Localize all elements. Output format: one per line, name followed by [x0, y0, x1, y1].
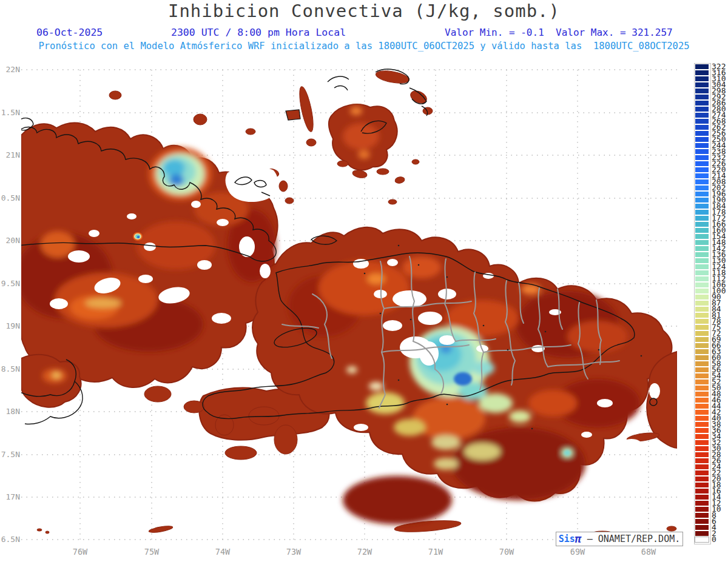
colorbar-swatch [695, 452, 709, 458]
rainbow-spot [133, 232, 143, 241]
colorbar-swatch [695, 500, 709, 506]
colorbar-level: 0 [695, 537, 728, 543]
colorbar-swatch [695, 440, 709, 446]
colorbar-swatch [695, 185, 709, 191]
branding-org: – ONAMET/REP.DOM. [582, 534, 681, 544]
colorbar-swatch [695, 239, 709, 246]
colorbar-swatch [695, 512, 709, 518]
colorbar-swatch [695, 203, 709, 209]
lat-tick-label: 17N [0, 492, 20, 501]
lon-tick-label: 73W [275, 547, 312, 557]
mona-outline [650, 398, 657, 406]
colorbar-swatch [695, 446, 709, 452]
lat-tick-label: 22N [0, 65, 20, 74]
colorbar-swatch [695, 155, 709, 161]
colorbar-swatch [695, 100, 709, 106]
pi-icon: π [575, 535, 582, 543]
colorbar-swatch [695, 415, 709, 421]
colorbar-swatch [695, 464, 709, 470]
colorbar-swatch [695, 433, 709, 440]
lon-tick-label: 69W [559, 547, 596, 557]
lon-tick-label: 71W [417, 547, 454, 557]
colorbar-swatch [695, 233, 709, 239]
colorbar-swatch [695, 209, 709, 215]
lon-tick-label: 76W [62, 547, 98, 557]
lon-tick-label: 68W [630, 547, 667, 557]
colorbar-swatch [695, 494, 709, 500]
colorbar-swatch [695, 130, 709, 136]
lat-tick-label: 19N [0, 321, 20, 330]
map-canvas [21, 64, 677, 543]
colorbar-swatch [695, 246, 709, 252]
colorbar-swatch [695, 349, 709, 355]
colorbar-swatch [695, 379, 709, 385]
colorbar-swatch [695, 518, 709, 524]
colorbar-swatch [695, 312, 709, 318]
colorbar-swatch [695, 88, 709, 94]
forecast-date: 06-Oct-2025 [36, 27, 103, 38]
lat-tick-label: 18N [0, 407, 20, 416]
colorbar-swatch [695, 173, 709, 179]
colorbar-swatch [695, 373, 709, 379]
value-min-max: Valor Min. = -0.1 Valor Max. = 321.257 [445, 27, 673, 38]
colorbar-swatch [695, 106, 709, 112]
colorbar-swatch [695, 458, 709, 464]
colorbar-swatch [695, 530, 709, 537]
colorbar-swatch [695, 306, 709, 312]
colorbar-swatch [695, 221, 709, 227]
colorbar-swatch [695, 191, 709, 197]
lat-tick-label: 1.5N [0, 108, 20, 117]
forecast-time: 2300 UTC / 8:00 pm Hora Local [171, 27, 346, 38]
colorbar-swatch [695, 179, 709, 185]
branding-box: Sis π – ONAMET/REP.DOM. [556, 532, 683, 546]
colorbar-swatch [695, 288, 709, 294]
colorbar-swatch [695, 124, 709, 130]
colorbar-swatch [695, 70, 709, 76]
lat-tick-label: 8.5N [0, 364, 20, 373]
colorbar-swatch [695, 294, 709, 300]
colorbar-swatch [695, 258, 709, 264]
colorbar-swatch [695, 427, 709, 433]
colorbar-swatch [695, 421, 709, 427]
outlined-cay [286, 110, 300, 120]
colorbar-swatch [695, 64, 709, 70]
colorbar-swatch [695, 476, 709, 482]
colorbar-swatch [695, 537, 709, 543]
colorbar-swatch [695, 136, 709, 142]
colorbar-swatch [695, 336, 709, 343]
page-title: Inhibicion Convectiva (J/kg, somb.) [0, 1, 728, 21]
colorbar-swatch [695, 330, 709, 336]
colorbar-swatch [695, 142, 709, 149]
lat-tick-label: 7.5N [0, 450, 20, 459]
colorbar-swatch [695, 524, 709, 530]
branding-sis: Sis [559, 534, 575, 544]
colorbar-swatch [695, 112, 709, 118]
lon-tick-label: 75W [133, 547, 170, 557]
lon-tick-label: 72W [346, 547, 383, 557]
lat-tick-label: 6.5N [0, 535, 20, 544]
colorbar-swatch [695, 276, 709, 282]
colorbar-swatch [695, 149, 709, 155]
colorbar-swatch [695, 488, 709, 494]
colorbar-swatch [695, 227, 709, 233]
colorbar-swatch [695, 403, 709, 409]
colorbar-swatch [695, 167, 709, 173]
colorbar: 3223163103042982922862802742682622562502… [695, 64, 728, 543]
colorbar-swatch [695, 197, 709, 203]
colorbar-swatch [695, 76, 709, 82]
lon-tick-label: 70W [488, 547, 525, 557]
colorbar-swatch [695, 252, 709, 258]
colorbar-swatch [695, 361, 709, 367]
colorbar-swatch [695, 324, 709, 330]
colorbar-swatch [695, 355, 709, 361]
weather-map-page: { "header": { "title": "Inhibicion Conve… [0, 0, 728, 562]
model-subtitle: Pronóstico con el Modelo Atmósferico WRF… [0, 41, 728, 52]
colorbar-swatch [695, 385, 709, 391]
colorbar-swatch [695, 264, 709, 270]
colorbar-swatch [695, 343, 709, 349]
colorbar-swatch [695, 270, 709, 276]
colorbar-swatch [695, 506, 709, 512]
colorbar-swatch [695, 409, 709, 415]
colorbar-swatch [695, 367, 709, 373]
colorbar-swatch [695, 82, 709, 88]
